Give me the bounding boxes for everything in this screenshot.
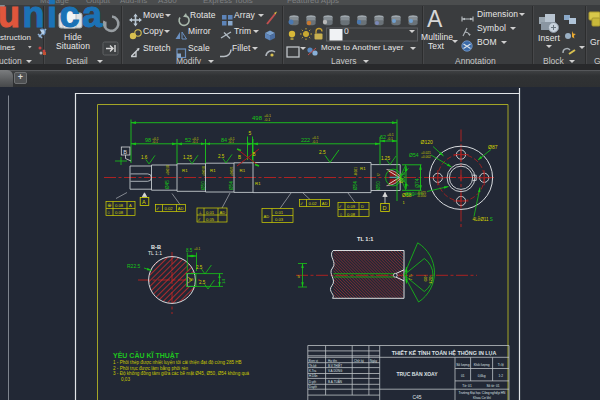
svg-text:H.Dẫn: H.Dẫn: [309, 373, 318, 378]
svg-text:Ø50: Ø50: [201, 181, 206, 190]
svg-text:-0.1: -0.1: [264, 118, 270, 122]
svg-text:222: 222: [301, 137, 310, 143]
svg-text:f7: f7: [377, 173, 381, 176]
svg-text:TL 1:1: TL 1:1: [148, 250, 162, 256]
svg-text:⊕: ⊕: [107, 202, 111, 208]
svg-text:Trường Đại học Công nghiệp HN: Trường Đại học Công nghiệp HN: [459, 391, 507, 395]
svg-text:R1: R1: [240, 168, 246, 173]
svg-text:Số tờ: 01: Số tờ: 01: [486, 384, 499, 388]
svg-text:Khối lượng: Khối lượng: [474, 363, 490, 367]
svg-text:Tờ: 01: Tờ: 01: [462, 384, 472, 388]
svg-text:8.5: 8.5: [186, 248, 193, 253]
svg-text:0,6kg: 0,6kg: [478, 374, 486, 378]
svg-text:1:2: 1:2: [499, 374, 504, 378]
svg-text:+0.021: +0.021: [230, 166, 234, 176]
svg-text:∕∕: ∕∕: [198, 217, 202, 222]
svg-text:R1: R1: [210, 168, 216, 173]
svg-text:Họ tên: Họ tên: [328, 359, 337, 363]
svg-text:-0.1: -0.1: [228, 140, 234, 144]
svg-text:R1: R1: [255, 181, 261, 186]
svg-text:3 - Độ không đồng tâm giữa các: 3 - Độ không đồng tâm giữa các bề mặt Ø4…: [113, 371, 250, 376]
svg-text:Ø54: Ø54: [409, 152, 419, 158]
svg-text:C45: C45: [412, 394, 421, 400]
svg-text:Ø50: Ø50: [405, 191, 415, 197]
svg-text:Tỉ lệ: Tỉ lệ: [498, 363, 504, 367]
svg-text:2.5: 2.5: [199, 280, 206, 285]
svg-text:498: 498: [252, 115, 263, 121]
svg-text:+0.018: +0.018: [166, 165, 170, 175]
svg-text:AD: AD: [220, 210, 226, 215]
svg-text:+0.002: +0.002: [421, 155, 431, 159]
svg-text:1 - Phôi thép được nhiệt luyện: 1 - Phôi thép được nhiệt luyện tôi cải t…: [113, 360, 242, 365]
svg-text:○: ○: [107, 210, 110, 215]
svg-text:1.6: 1.6: [141, 155, 148, 160]
svg-text:B.V.THIỆT: B.V.THIỆT: [328, 363, 342, 368]
svg-text:62: 62: [380, 134, 386, 140]
svg-text:D.yệt: D.yệt: [309, 380, 316, 384]
svg-text:A: A: [129, 203, 132, 208]
svg-text:1.25: 1.25: [381, 156, 390, 161]
svg-text:0.08: 0.08: [347, 212, 356, 217]
svg-text:0.01: 0.01: [206, 210, 215, 215]
svg-text:14: 14: [221, 279, 226, 284]
svg-text:0,03: 0,03: [121, 377, 130, 382]
svg-text:01: 01: [461, 374, 465, 378]
svg-text:R1: R1: [360, 166, 366, 171]
svg-text:AD: AD: [178, 206, 184, 211]
svg-text:⊥: ⊥: [199, 210, 203, 215]
svg-text:Ø54: Ø54: [353, 181, 358, 190]
svg-text:Ngày: Ngày: [370, 359, 378, 363]
svg-text:Ø50: Ø50: [376, 181, 381, 190]
svg-text:∕∕: ∕∕: [300, 201, 304, 206]
svg-text:B.A.TUẤN: B.A.TUẤN: [328, 379, 342, 384]
svg-text:YÊU CẦU KĨ THUẬT: YÊU CẦU KĨ THUẬT: [113, 350, 180, 359]
svg-text:4LỗØ11 S: 4LỗØ11 S: [473, 216, 493, 222]
svg-text:D: D: [361, 204, 364, 209]
svg-text:Ø120: Ø120: [421, 139, 433, 145]
svg-text:0.03: 0.03: [275, 217, 284, 222]
svg-text:D: D: [383, 205, 387, 211]
svg-text:0.05: 0.05: [206, 217, 215, 222]
svg-text:N9: N9: [189, 278, 193, 282]
svg-text:V.A.DŨNG: V.A.DŨNG: [328, 368, 343, 373]
svg-text:2.5: 2.5: [218, 154, 225, 159]
svg-text:0.08: 0.08: [115, 210, 124, 215]
svg-text:∕∕: ∕∕: [339, 204, 343, 209]
svg-text:-0.1: -0.1: [312, 140, 318, 144]
svg-text:-0.1: -0.1: [152, 140, 158, 144]
svg-text:-0.021: -0.021: [354, 167, 358, 176]
svg-text:Đơn vị: Đơn vị: [309, 359, 318, 363]
svg-text:Chữ ký: Chữ ký: [354, 359, 364, 363]
svg-text:R22.5: R22.5: [127, 263, 141, 269]
svg-text:1: 1: [403, 200, 406, 205]
svg-text:0.02: 0.02: [309, 201, 318, 206]
svg-text:TRỤC BẢN XOAY: TRỤC BẢN XOAY: [396, 371, 438, 377]
svg-text:0.09: 0.09: [347, 204, 356, 209]
svg-text:B: B: [253, 152, 256, 157]
svg-text:THIẾT KẾ TÍNH TOÁN HỆ THỐNG IN: THIẾT KẾ TÍNH TOÁN HỆ THỐNG IN LỤA: [392, 349, 497, 356]
svg-text:Khoa Cơ khí: Khoa Cơ khí: [473, 396, 491, 400]
svg-text:Ø87: Ø87: [488, 144, 498, 150]
svg-text:84: 84: [221, 137, 227, 143]
svg-text:5: 5: [298, 274, 301, 279]
svg-text:2 - Phôi trục được làm bằng ph: 2 - Phôi trục được làm bằng phôi rèn: [113, 365, 188, 371]
svg-text:+0.018: +0.018: [202, 166, 206, 176]
svg-text:Ø45: Ø45: [165, 180, 170, 189]
svg-text:○: ○: [340, 212, 343, 217]
svg-text:-0.1: -0.1: [192, 140, 198, 144]
svg-text:Th.kế: Th.kế: [309, 364, 317, 368]
svg-text:+0.1: +0.1: [194, 247, 201, 251]
svg-text:TL 1:1: TL 1:1: [357, 236, 373, 242]
svg-text:B: B: [238, 155, 241, 160]
svg-text:Ø74: Ø74: [414, 178, 420, 188]
svg-text:52: 52: [185, 137, 191, 143]
svg-text:5: 5: [249, 130, 252, 136]
svg-text:-0.050: -0.050: [417, 194, 426, 198]
svg-text:2.5: 2.5: [196, 265, 203, 270]
svg-text:7.5: 7.5: [408, 274, 413, 281]
svg-text:1.25: 1.25: [183, 155, 192, 160]
svg-text:A: A: [142, 199, 146, 205]
svg-text:B: B: [123, 149, 127, 155]
svg-text:Ø54: Ø54: [229, 181, 234, 190]
svg-text:0.01: 0.01: [275, 210, 284, 215]
